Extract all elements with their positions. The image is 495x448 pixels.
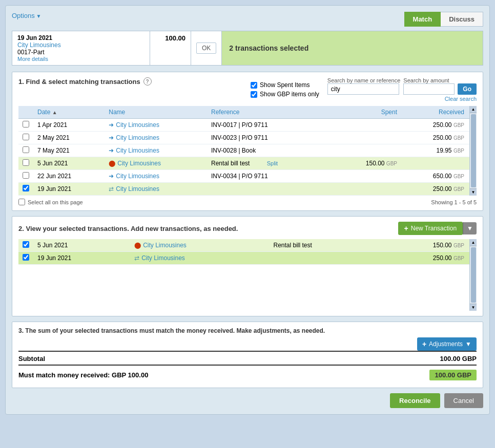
row-spent-5 (334, 170, 401, 183)
row-name-6: ⇄City Limousines (105, 183, 207, 196)
section1-title: 1. Find & select matching transactions ? (18, 77, 152, 86)
row-date-4: 5 Jun 2021 (33, 157, 105, 170)
must-match-row: Must match money received: GBP 100.00 10… (18, 365, 477, 382)
table-row: 1 Apr 2021 ➜City Limousines INV-0017 | P… (18, 119, 477, 132)
transaction-amount: 100.00 (150, 31, 191, 66)
col-checkbox (18, 106, 33, 119)
row-checkbox-4[interactable] (23, 159, 29, 166)
col-spent[interactable]: Spent (334, 106, 401, 119)
row-name-4: ⬤City Limousines (105, 157, 207, 170)
row-checkbox-5[interactable] (23, 172, 29, 179)
row-received-1: 250.00 GBP (401, 119, 468, 132)
sel-row-amount-2: 250.00 GBP (377, 252, 468, 265)
tab-discuss[interactable]: Discuss (441, 12, 483, 27)
selected-table-row: 19 Jun 2021 ⇄City Limousines 250.00 GBP (18, 252, 477, 265)
table-row: 5 Jun 2021 ⬤City Limousines Rental bill … (18, 157, 477, 170)
row-checkbox-2[interactable] (23, 134, 29, 140)
section3-desc: 3. The sum of your selected transactions… (18, 327, 477, 334)
ok-button[interactable]: OK (196, 42, 216, 54)
adjustments-button[interactable]: + Adjustments ▼ (417, 337, 477, 351)
transaction-info-row: 19 Jun 2021 City Limousines 0017-Part Mo… (12, 31, 483, 66)
selected-scrollbar[interactable]: ▲ ▼ (469, 239, 477, 311)
section2: 2. View your selected transactions. Add … (12, 216, 483, 316)
transactions-table: Date ▲ Name Reference Spent Received 1 A… (18, 106, 477, 196)
row-name-1: ➜City Limousines (105, 119, 207, 132)
row-checkbox-3[interactable] (23, 146, 29, 153)
must-match-label: Must match money received: GBP 100.00 (18, 371, 148, 379)
section2-header: 2. View your selected transactions. Add … (18, 222, 477, 235)
sel-scroll-down-btn[interactable]: ▼ (470, 304, 477, 311)
selected-transactions-container: 5 Jun 2021 ⬤City Limousines Rental bill … (18, 239, 477, 311)
new-transaction-wrapper: + New Transaction ▼ (398, 222, 477, 235)
row-spent-6 (334, 183, 401, 196)
adj-dropdown-icon: ▼ (465, 340, 471, 348)
new-transaction-dropdown[interactable]: ▼ (463, 222, 477, 234)
row-received-2: 250.00 GBP (401, 132, 468, 144)
go-button[interactable]: Go (458, 83, 477, 95)
search-amount-input[interactable] (403, 83, 455, 95)
row-name-3: ➜City Limousines (105, 144, 207, 157)
reconcile-button[interactable]: Reconcile (390, 393, 440, 408)
adjustments-row: + Adjustments ▼ (18, 337, 477, 351)
row-ref-1: INV-0017 | P/O 9711 (207, 119, 334, 132)
row-ref-5: INV-0034 | P/O 9711 (207, 170, 334, 183)
cancel-button[interactable]: Cancel (444, 393, 483, 408)
col-received[interactable]: Received (401, 106, 468, 119)
show-spent-checkbox-label[interactable]: Show Spent Items (251, 81, 319, 89)
show-gbp-checkbox[interactable] (251, 91, 257, 98)
subtotal-label: Subtotal (18, 355, 45, 362)
table-footer: Select all on this page Showing 1 - 5 of… (18, 199, 477, 205)
selected-table-row: 5 Jun 2021 ⬤City Limousines Rental bill … (18, 239, 477, 252)
options-button[interactable]: Options (12, 12, 42, 19)
row-date-6: 19 Jun 2021 (33, 183, 105, 196)
sel-row-amount-1: 150.00 GBP (377, 239, 468, 252)
more-details-link[interactable]: More details (17, 56, 145, 62)
transaction-date: 19 Jun 2021 (17, 34, 145, 41)
transaction-ref: 0017-Part (17, 49, 145, 56)
sel-scroll-thumb (471, 247, 476, 303)
row-checkbox-6[interactable] (23, 185, 29, 191)
sel-row-date-2: 19 Jun 2021 (33, 252, 130, 265)
col-name[interactable]: Name (105, 106, 207, 119)
scroll-up-btn[interactable]: ▲ (470, 106, 477, 113)
table-scrollbar[interactable]: ▲ ▼ (469, 106, 477, 196)
show-spent-checkbox[interactable] (251, 82, 257, 89)
main-container: Options Match Discuss 19 Jun 2021 City L… (5, 5, 490, 415)
col-date[interactable]: Date ▲ (33, 106, 105, 119)
row-ref-4: Rental bill test Split (207, 157, 334, 170)
row-checkbox-1[interactable] (23, 121, 29, 127)
row-date-3: 7 May 2021 (33, 144, 105, 157)
row-received-6: 250.00 GBP (401, 183, 468, 196)
col-reference[interactable]: Reference (207, 106, 334, 119)
search-name-input[interactable] (327, 83, 399, 95)
select-all-checkbox[interactable] (18, 199, 25, 205)
footer-buttons: Reconcile Cancel (12, 393, 483, 408)
row-received-5: 650.00 GBP (401, 170, 468, 183)
section3: 3. The sum of your selected transactions… (12, 322, 483, 388)
show-gbp-checkbox-label[interactable]: Show GBP items only (251, 91, 319, 98)
selected-transactions-table: 5 Jun 2021 ⬤City Limousines Rental bill … (18, 239, 477, 265)
sel-scroll-up-btn[interactable]: ▲ (470, 239, 477, 246)
tab-match[interactable]: Match (404, 12, 441, 27)
row-date-2: 2 May 2021 (33, 132, 105, 144)
row-ref-3: INV-0028 | Book (207, 144, 334, 157)
section1: 1. Find & select matching transactions ?… (12, 72, 483, 211)
sel-row-checkbox-2[interactable] (23, 254, 29, 261)
subtotal-row: Subtotal 100.00 GBP (18, 351, 477, 365)
clear-search-link[interactable]: Clear search (327, 96, 477, 102)
table-row: 22 Jun 2021 ➜City Limousines INV-0034 | … (18, 170, 477, 183)
table-row: 19 Jun 2021 ⇄City Limousines 250.00 GBP (18, 183, 477, 196)
sel-row-checkbox-1[interactable] (23, 241, 29, 248)
select-all-label[interactable]: Select all on this page (18, 199, 83, 205)
transaction-name[interactable]: City Limousines (17, 41, 145, 49)
row-received-3: 19.95 GBP (401, 144, 468, 157)
scroll-down-btn[interactable]: ▼ (470, 188, 477, 196)
new-transaction-button[interactable]: + New Transaction (398, 222, 463, 235)
sel-row-date-1: 5 Jun 2021 (33, 239, 130, 252)
help-icon[interactable]: ? (143, 77, 152, 86)
transactions-table-container: Date ▲ Name Reference Spent Received 1 A… (18, 106, 477, 196)
transaction-info-box: 19 Jun 2021 City Limousines 0017-Part Mo… (12, 31, 150, 66)
sel-row-name-2: ⇄City Limousines (130, 252, 269, 265)
table-row: 2 May 2021 ➜City Limousines INV-0023 | P… (18, 132, 477, 144)
row-spent-3 (334, 144, 401, 157)
